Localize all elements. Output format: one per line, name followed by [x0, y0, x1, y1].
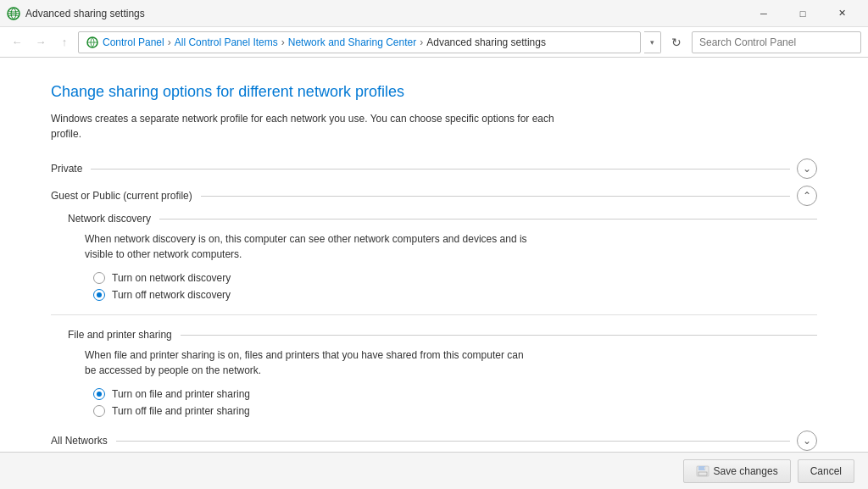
back-button[interactable]: ←: [7, 32, 27, 53]
turn-on-sharing-radio[interactable]: [93, 388, 105, 400]
save-icon: [696, 465, 709, 477]
minimize-button[interactable]: ─: [744, 0, 783, 27]
svg-rect-3: [698, 466, 705, 470]
file-printer-sharing-line: [181, 335, 817, 336]
save-label: Save changes: [714, 465, 778, 477]
page-description: Windows creates a separate network profi…: [51, 111, 559, 142]
file-printer-sharing-label: File and printer sharing: [68, 329, 181, 341]
path-current: Advanced sharing settings: [426, 36, 546, 48]
footer: Save changes Cancel: [0, 452, 868, 489]
save-changes-button[interactable]: Save changes: [683, 459, 791, 483]
refresh-button[interactable]: ↻: [665, 31, 688, 54]
app-icon: [7, 7, 20, 20]
turn-off-sharing-label: Turn off file and printer sharing: [112, 405, 250, 417]
all-networks-toggle[interactable]: ⌄: [797, 431, 817, 451]
turn-off-sharing-option[interactable]: Turn off file and printer sharing: [93, 405, 817, 417]
search-input[interactable]: [692, 31, 861, 53]
svg-rect-5: [704, 467, 706, 470]
private-section-label: Private: [51, 163, 91, 175]
subsection-divider: [51, 314, 817, 315]
page-title: Change sharing options for different net…: [51, 83, 817, 101]
private-section-header[interactable]: Private ⌄: [51, 158, 817, 179]
title-bar: Advanced sharing settings ─ □ ✕: [0, 0, 868, 27]
guest-public-toggle[interactable]: ⌃: [797, 186, 817, 206]
path-sep-1: ›: [168, 36, 171, 48]
guest-public-section-label: Guest or Public (current profile): [51, 190, 201, 202]
path-sep-3: ›: [420, 36, 423, 48]
window-controls: ─ □ ✕: [744, 0, 861, 27]
guest-public-section-line: [201, 196, 790, 197]
turn-on-discovery-label: Turn on network discovery: [112, 272, 231, 284]
up-button[interactable]: ↑: [54, 32, 75, 53]
path-all-items[interactable]: All Control Panel Items: [175, 36, 278, 48]
turn-off-discovery-option[interactable]: Turn off network discovery: [93, 289, 817, 301]
network-icon: [86, 36, 99, 49]
all-networks-section-header[interactable]: All Networks ⌄: [51, 431, 817, 451]
path-network-sharing[interactable]: Network and Sharing Center: [288, 36, 416, 48]
turn-off-discovery-radio[interactable]: [93, 289, 105, 301]
network-discovery-label: Network discovery: [68, 213, 159, 225]
up-icon: ↑: [62, 36, 68, 48]
network-discovery-subsection: Network discovery When network discovery…: [68, 213, 817, 301]
cancel-button[interactable]: Cancel: [798, 459, 854, 483]
all-networks-section-line: [116, 441, 790, 442]
address-bar: ← → ↑ Control Panel › All Control Panel …: [0, 27, 868, 58]
turn-on-discovery-radio[interactable]: [93, 272, 105, 284]
address-path: Control Panel › All Control Panel Items …: [78, 31, 641, 53]
turn-on-sharing-option[interactable]: Turn on file and printer sharing: [93, 388, 817, 400]
network-discovery-radio-group: Turn on network discovery Turn off netwo…: [93, 272, 817, 301]
cancel-label: Cancel: [810, 465, 842, 477]
title-bar-left: Advanced sharing settings: [7, 7, 145, 20]
refresh-icon: ↻: [671, 36, 682, 49]
forward-button[interactable]: →: [31, 32, 51, 53]
file-printer-sharing-subsection: File and printer sharing When file and p…: [68, 329, 817, 417]
main-content: Change sharing options for different net…: [0, 58, 868, 452]
path-control-panel[interactable]: Control Panel: [103, 36, 164, 48]
private-section-line: [91, 169, 790, 169]
network-discovery-desc: When network discovery is on, this compu…: [85, 231, 534, 262]
window-title: Advanced sharing settings: [25, 8, 145, 19]
address-dropdown[interactable]: ▾: [644, 31, 661, 53]
turn-off-sharing-radio[interactable]: [93, 405, 105, 417]
turn-on-discovery-option[interactable]: Turn on network discovery: [93, 272, 817, 284]
turn-off-discovery-label: Turn off network discovery: [112, 289, 231, 301]
file-printer-sharing-desc: When file and printer sharing is on, fil…: [85, 347, 534, 378]
path-sep-2: ›: [281, 36, 285, 48]
file-printer-sharing-header: File and printer sharing: [68, 329, 817, 341]
close-button[interactable]: ✕: [822, 0, 861, 27]
back-icon: ←: [12, 36, 23, 48]
network-discovery-header: Network discovery: [68, 213, 817, 225]
file-printer-sharing-radio-group: Turn on file and printer sharing Turn of…: [93, 388, 817, 417]
all-networks-section-label: All Networks: [51, 435, 116, 447]
private-toggle[interactable]: ⌄: [797, 158, 817, 179]
guest-public-section-header[interactable]: Guest or Public (current profile) ⌃: [51, 186, 817, 206]
restore-button[interactable]: □: [783, 0, 822, 27]
forward-icon: →: [36, 36, 47, 48]
turn-on-sharing-label: Turn on file and printer sharing: [112, 388, 250, 400]
network-discovery-line: [159, 219, 817, 219]
